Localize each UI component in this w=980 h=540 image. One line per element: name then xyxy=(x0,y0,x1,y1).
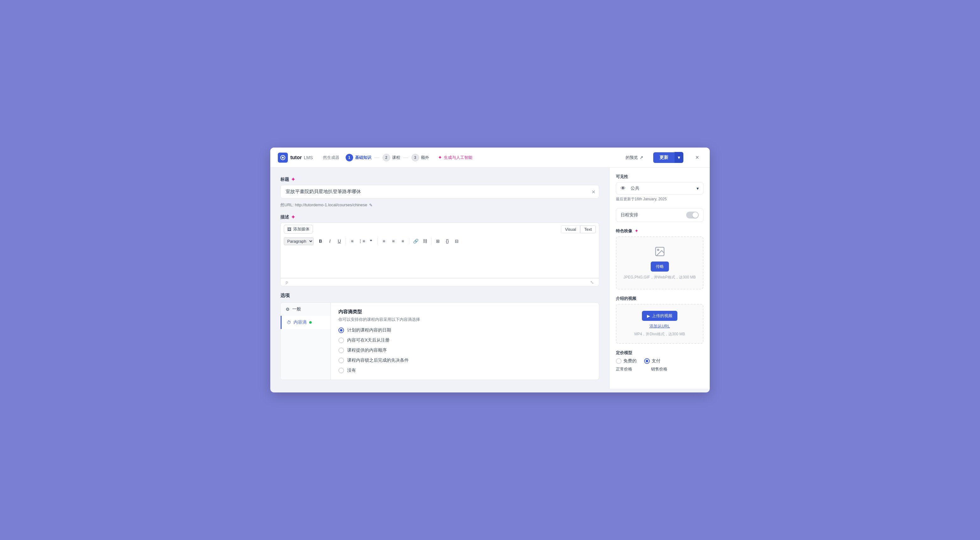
step-3-num: 3 xyxy=(412,154,419,161)
step-2[interactable]: 2 课程 xyxy=(383,154,400,161)
update-button[interactable]: 更新 xyxy=(653,152,675,163)
step-sep-2: — xyxy=(403,155,408,161)
title-clear-button[interactable]: ✕ xyxy=(592,189,595,195)
add-url-link[interactable]: 添加从URL xyxy=(649,323,670,329)
toolbar-divider-4 xyxy=(431,238,432,244)
main-panel: 标题 ✦ ✕ 然URL: http://tutordemo-1.local/co… xyxy=(270,168,609,389)
desc-ai-icon: ✦ xyxy=(291,214,295,220)
align-right-button[interactable]: ≡ xyxy=(398,237,407,245)
clock-icon: ⏱ xyxy=(286,320,291,325)
drip-option-2[interactable]: 课程提供的内容顺序 xyxy=(338,347,592,353)
preview-button[interactable]: 的预览 ↗ xyxy=(622,153,647,162)
unlink-button[interactable]: ⛓ xyxy=(421,237,430,245)
title-ai-icon: ✦ xyxy=(291,177,295,182)
title-input[interactable] xyxy=(280,185,599,198)
paid-option[interactable]: 支付 xyxy=(644,358,660,364)
drip-radio-group: 计划的课程内容的日期 内容可在X天后从注册 课程提供的内容顺序 xyxy=(338,327,592,373)
option-drip-label: 内容滴 xyxy=(293,320,307,325)
add-media-icon: 🖼 xyxy=(287,227,291,232)
editor-body[interactable] xyxy=(280,247,599,278)
option-drip[interactable]: ⏱ 内容滴 xyxy=(281,316,331,329)
editor-footer-tag: p xyxy=(286,280,288,284)
featured-label: 特色映像 ✦ xyxy=(616,228,703,234)
update-dropdown-button[interactable]: ▾ xyxy=(675,152,683,163)
eye-icon: 👁 xyxy=(620,186,625,191)
text-tab[interactable]: Text xyxy=(580,225,596,233)
featured-image-box: 传略 JPEG,PNG,GIF，并WebP格式，达300 MB xyxy=(616,236,703,290)
update-btn-group: 更新 ▾ xyxy=(653,152,683,163)
underline-button[interactable]: U xyxy=(335,237,344,245)
drip-label-3: 课程内容锁之后完成的先决条件 xyxy=(347,358,409,363)
content-area: 标题 ✦ ✕ 然URL: http://tutordemo-1.local/co… xyxy=(270,168,710,389)
drip-active-dot xyxy=(309,321,312,324)
drip-radio-3 xyxy=(338,358,344,363)
visibility-select[interactable]: 👁 公共 ▾ xyxy=(616,182,703,195)
video-box: ▶ 上传的视频 添加从URL MP4，并Divx格式，达300 MB xyxy=(616,304,703,344)
free-radio xyxy=(616,358,622,364)
toggle-knob xyxy=(692,212,698,218)
sale-price-label: 销售价格 xyxy=(651,366,667,372)
drip-label-1: 内容可在X天后从注册 xyxy=(347,338,390,343)
schedule-toggle[interactable] xyxy=(686,212,699,218)
description-section: 描述 ✦ 🖼 添加媒体 Visual Text xyxy=(280,214,599,286)
toolbar-divider-2 xyxy=(377,238,378,244)
drip-radio-4 xyxy=(338,368,344,373)
url-edit-icon[interactable]: ✎ xyxy=(369,203,372,207)
drip-radio-2 xyxy=(338,347,344,353)
paragraph-select[interactable]: Paragraph xyxy=(284,237,313,245)
bold-button[interactable]: B xyxy=(316,237,325,245)
add-media-button[interactable]: 🖼 添加媒体 xyxy=(284,225,313,234)
table-button[interactable]: ⊞ xyxy=(433,237,442,245)
options-sidebar: ⚙ 一般 ⏱ 内容滴 xyxy=(281,303,331,379)
close-button[interactable]: × xyxy=(692,153,702,162)
video-icon: ▶ xyxy=(647,314,650,319)
align-left-button[interactable]: ≡ xyxy=(380,237,388,245)
drip-option-4[interactable]: 没有 xyxy=(338,368,592,373)
ai-label: 生成与人工智能 xyxy=(444,155,473,161)
drip-option-0[interactable]: 计划的课程内容的日期 xyxy=(338,327,592,333)
free-option[interactable]: 免费的 xyxy=(616,358,636,364)
price-labels: 正常价格 销售价格 xyxy=(616,366,703,372)
generator-label: 然生成器 xyxy=(323,155,339,161)
ul-button[interactable]: ≡ xyxy=(348,237,356,245)
ai-generate-button[interactable]: ✦ 生成与人工智能 xyxy=(438,155,473,161)
code-button[interactable]: {} xyxy=(443,237,452,245)
visibility-value: 公共 xyxy=(631,186,640,191)
visual-text-tabs: Visual Text xyxy=(561,225,596,233)
visual-tab[interactable]: Visual xyxy=(561,225,580,233)
schedule-row: 日程安排 xyxy=(616,208,703,222)
featured-ai-icon: ✦ xyxy=(635,229,638,233)
modal-container: tutor LMS 然生成器 1 基础知识 — 2 课程 — 3 额外 ✦ 生成… xyxy=(270,148,710,392)
paid-label: 支付 xyxy=(652,358,660,364)
step-1-label: 基础知识 xyxy=(355,155,371,161)
upload-image-button[interactable]: 传略 xyxy=(651,261,669,272)
step-3[interactable]: 3 额外 xyxy=(412,154,429,161)
drip-label-4: 没有 xyxy=(347,368,356,373)
options-content: 内容滴类型 你可以安排你的课程内容采用以下内容滴选择 计划的课程内容的日期 内容… xyxy=(331,303,599,379)
drip-label-0: 计划的课程内容的日期 xyxy=(347,327,391,333)
option-general[interactable]: ⚙ 一般 xyxy=(281,303,331,316)
header: tutor LMS 然生成器 1 基础知识 — 2 课程 — 3 额外 ✦ 生成… xyxy=(270,148,710,168)
drip-option-3[interactable]: 课程内容锁之后完成的先决条件 xyxy=(338,358,592,363)
step-3-label: 额外 xyxy=(421,155,429,161)
drip-option-1[interactable]: 内容可在X天后从注册 xyxy=(338,338,592,343)
url-line: 然URL: http://tutordemo-1.local/courses/c… xyxy=(280,202,599,208)
chevron-down-icon: ▾ xyxy=(697,186,699,191)
link-button[interactable]: 🔗 xyxy=(411,237,420,245)
step-sep-1: — xyxy=(374,155,380,161)
grid-button[interactable]: ⊟ xyxy=(452,237,461,245)
drip-desc: 你可以安排你的课程内容采用以下内容滴选择 xyxy=(338,317,592,322)
formatting-toolbar: Paragraph B I U ≡ ⋮≡ ❝ ≡ ≡ ≡ 🔗 ⛓ xyxy=(280,236,599,247)
step-1[interactable]: 1 基础知识 xyxy=(345,154,371,161)
ai-spark-icon: ✦ xyxy=(438,155,442,161)
italic-button[interactable]: I xyxy=(326,237,334,245)
upload-video-button[interactable]: ▶ 上传的视频 xyxy=(642,311,678,321)
add-media-label: 添加媒体 xyxy=(293,226,310,232)
options-title: 选项 xyxy=(280,293,599,299)
desc-label: 描述 ✦ xyxy=(280,214,599,220)
paid-radio xyxy=(644,358,650,364)
blockquote-button[interactable]: ❝ xyxy=(367,237,375,245)
resize-handle[interactable]: ⤡ xyxy=(590,280,594,285)
ol-button[interactable]: ⋮≡ xyxy=(357,237,366,245)
align-center-button[interactable]: ≡ xyxy=(389,237,398,245)
